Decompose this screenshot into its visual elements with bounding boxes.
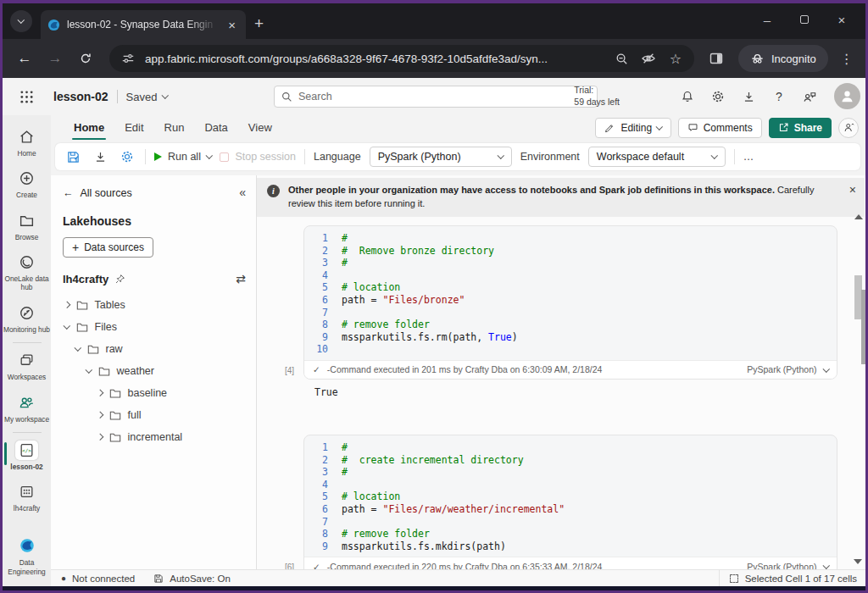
save-status[interactable]: Saved	[126, 91, 168, 103]
cell-language-dropdown[interactable]: PySpark (Python)	[747, 364, 828, 374]
invite-people-button[interactable]	[838, 118, 859, 138]
chevron-down-icon[interactable]	[86, 367, 92, 374]
notebook-scrollbar[interactable]	[852, 214, 865, 566]
more-options-button[interactable]: …	[743, 151, 755, 163]
new-tab-button[interactable]: +	[254, 14, 264, 33]
search-input[interactable]	[298, 91, 590, 103]
stop-session-button[interactable]: Stop session	[220, 151, 296, 163]
chevron-down-icon[interactable]	[75, 345, 81, 352]
all-sources-back-link[interactable]: ←All sources	[63, 187, 246, 199]
comments-button[interactable]: Comments	[678, 118, 762, 138]
tab-close-icon[interactable]: ×	[225, 18, 239, 32]
tree-item-full[interactable]: full	[63, 404, 246, 426]
reload-icon[interactable]	[72, 45, 99, 72]
sidebar-item-lesson-02[interactable]: </> lesson-02	[3, 435, 51, 477]
account-avatar[interactable]	[834, 83, 860, 109]
connection-dot-icon: ●	[61, 574, 66, 583]
incognito-badge[interactable]: Incognito	[738, 45, 828, 72]
scroll-up-icon[interactable]	[854, 214, 863, 219]
settings-gear-icon[interactable]	[703, 83, 733, 110]
bookmark-star-icon[interactable]: ☆	[665, 48, 686, 69]
export-download-icon[interactable]	[91, 147, 109, 166]
language-dropdown[interactable]: PySpark (Python)	[370, 147, 512, 167]
chevron-down-icon[interactable]	[64, 323, 70, 330]
folder-icon	[76, 299, 88, 311]
switch-lakehouse-icon[interactable]: ⇄	[236, 272, 246, 285]
add-data-sources-button[interactable]: +Data sources	[63, 237, 153, 258]
banner-close-icon[interactable]: ×	[849, 184, 856, 211]
pin-icon[interactable]	[114, 274, 125, 285]
sidebar-item-monitoring-hub[interactable]: Monitoring hub	[3, 298, 51, 340]
notifications-icon[interactable]	[672, 83, 703, 110]
lakehouse-name[interactable]: lh4crafty	[63, 273, 108, 285]
person-add-icon	[843, 122, 854, 133]
sidebar-item-browse[interactable]: Browse	[3, 206, 51, 247]
data-engineering-logo-icon	[15, 535, 39, 556]
folder-icon	[76, 321, 88, 333]
minimize-icon[interactable]: –	[748, 6, 786, 33]
notebook-title[interactable]: lesson-02	[53, 90, 108, 103]
app-launcher-icon[interactable]	[9, 80, 43, 114]
language-label: Language	[314, 151, 361, 163]
url-text: app.fabric.microsoft.com/groups/a668a328…	[145, 53, 604, 65]
share-button[interactable]: Share	[769, 118, 832, 138]
tab-data[interactable]: Data	[194, 118, 237, 137]
tree-item-weather[interactable]: weather	[63, 360, 246, 382]
sidebar-item-lh4crafty[interactable]: lh4crafty	[3, 477, 51, 518]
environment-dropdown[interactable]: Workspace default	[588, 147, 726, 167]
tab-view[interactable]: View	[238, 118, 282, 137]
zoom-out-icon[interactable]	[611, 48, 632, 69]
back-icon[interactable]: ←	[11, 45, 38, 72]
session-settings-gear-icon[interactable]	[118, 147, 136, 166]
code-cell-editor[interactable]: 1#2# Remove bronze directory3#4 5# locat…	[303, 225, 837, 380]
sidebar-item-my-workspace[interactable]: My workspace	[3, 388, 51, 430]
tree-item-raw[interactable]: raw	[63, 338, 246, 360]
run-all-button[interactable]: Run all	[154, 151, 211, 163]
tree-item-baseline[interactable]: baseline	[63, 382, 246, 404]
address-bar[interactable]: app.fabric.microsoft.com/groups/a668a328…	[109, 45, 694, 72]
feedback-icon[interactable]	[794, 83, 825, 110]
tab-home[interactable]: Home	[64, 118, 114, 137]
browser-menu-icon[interactable]: ⋮	[840, 51, 854, 67]
tree-item-label: baseline	[128, 387, 168, 399]
scroll-down-icon[interactable]	[854, 559, 862, 564]
help-icon[interactable]: ?	[764, 83, 794, 110]
sidebar-item-workspaces[interactable]: Workspaces	[3, 346, 51, 387]
save-icon[interactable]	[64, 147, 82, 166]
chevron-right-icon[interactable]	[97, 434, 103, 441]
editing-mode-button[interactable]: Editing	[595, 118, 670, 138]
line-number: 1	[309, 232, 328, 245]
autosave-status[interactable]: AutoSave: On	[153, 574, 231, 584]
tree-item-Tables[interactable]: Tables	[63, 294, 246, 316]
notebook-cell: [6]1#2# create incremental directory3#4 …	[285, 435, 852, 569]
download-icon[interactable]	[733, 83, 764, 110]
tree-item-incremental[interactable]: incremental	[63, 426, 246, 448]
cell-selection-status: Selected Cell 1 of 17 cells	[719, 570, 857, 586]
tree-item-Files[interactable]: Files	[63, 316, 246, 338]
chevron-right-icon[interactable]	[64, 302, 70, 308]
tab-search-button[interactable]	[10, 10, 32, 32]
tab-run[interactable]: Run	[154, 118, 195, 137]
page-scrollbar-thumb[interactable]	[861, 290, 865, 364]
sidebar-item-create[interactable]: Create	[3, 163, 51, 205]
code-cell-editor[interactable]: 1#2# create incremental directory3#4 5# …	[303, 435, 837, 569]
tab-edit[interactable]: Edit	[114, 118, 153, 137]
forward-icon[interactable]: →	[42, 45, 69, 72]
sidebar-item-onelake-data-hub[interactable]: OneLake data hub	[3, 247, 51, 298]
global-search[interactable]	[274, 86, 598, 108]
maximize-icon[interactable]	[786, 6, 823, 33]
sidebar-item-data-engineering[interactable]: Data Engineering	[3, 530, 51, 586]
monitoring-icon	[15, 303, 38, 323]
notebook-canvas: i Other people in your organization may …	[257, 175, 865, 569]
side-panel-icon[interactable]	[706, 48, 726, 69]
execution-summary: -Command executed in 220 ms by Crafty Db…	[327, 562, 603, 569]
cell-language-dropdown[interactable]: PySpark (Python)	[747, 562, 828, 569]
site-settings-icon[interactable]	[118, 48, 138, 69]
close-icon[interactable]: ×	[823, 6, 860, 33]
collapse-panel-icon[interactable]: «	[239, 186, 246, 199]
browser-tab[interactable]: lesson-02 - Synapse Data Engin ×	[41, 10, 246, 39]
chevron-right-icon[interactable]	[97, 390, 103, 396]
chevron-right-icon[interactable]	[97, 412, 103, 418]
sidebar-item-home[interactable]: Home	[3, 122, 51, 163]
password-hidden-icon[interactable]	[638, 48, 659, 69]
